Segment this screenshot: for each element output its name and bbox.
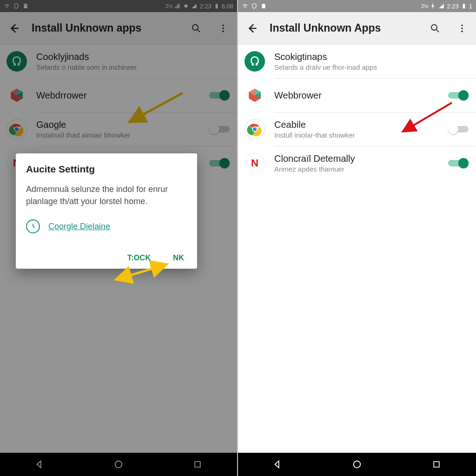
box-icon <box>245 85 265 106</box>
app-subtitle: Selards a dralv ue fhor-inad apps <box>274 63 469 71</box>
app-title: Cooklyjinads <box>36 52 230 62</box>
network-indicator: 2¼ <box>165 3 172 9</box>
shield-icon <box>13 3 20 9</box>
app-row[interactable]: Webdrrower <box>0 79 237 112</box>
app-row[interactable]: Cooklyjinads Selards o nable som in inch… <box>0 45 237 78</box>
more-vert-icon <box>218 23 228 33</box>
dialog-body: Admemnuä selunze the indol for enrur pla… <box>26 183 187 207</box>
dialog-link[interactable]: Coorgle Dielaine <box>48 222 110 231</box>
svg-point-23 <box>461 30 463 32</box>
app-title: Webdrrower <box>36 90 200 101</box>
status-battery: 6.08 <box>222 3 233 10</box>
left-phone: 2¼ 2:23 6.08 Install Unknown apps <box>0 0 238 476</box>
app-title: Gaogle <box>36 119 200 130</box>
page-title: Install Unknown Apps <box>270 22 417 34</box>
wifi-icon <box>242 3 248 9</box>
svg-rect-4 <box>216 4 217 4</box>
info-icon <box>26 219 40 233</box>
nav-recents-button[interactable] <box>184 456 212 473</box>
arrow-left-icon <box>8 22 20 34</box>
svg-rect-29 <box>434 462 439 467</box>
app-bar: Install Unknown apps <box>0 12 237 45</box>
nav-home-button[interactable] <box>343 456 371 473</box>
status-battery: 1 <box>469 3 472 10</box>
overflow-button[interactable] <box>453 19 471 38</box>
system-nav-bar <box>238 453 476 476</box>
toggle-switch[interactable] <box>209 124 230 135</box>
page-icon <box>260 3 267 9</box>
svg-rect-2 <box>25 5 26 6</box>
app-subtitle: Instalnaíl thad aimiair bhowker <box>36 131 200 139</box>
app-row[interactable]: N Cloncraïl Detemally Anmez apdes thamue… <box>238 146 476 180</box>
search-button[interactable] <box>426 19 444 38</box>
dialog-title: Aucite Settintg <box>26 164 187 175</box>
battery-icon <box>461 3 467 9</box>
app-row[interactable]: Webbrower <box>238 79 476 112</box>
omega-icon <box>7 51 27 72</box>
svg-point-21 <box>461 24 463 26</box>
netflix-icon: N <box>245 153 265 173</box>
status-bar: 2¼ 2:23 1 <box>238 0 476 12</box>
svg-point-20 <box>431 25 437 30</box>
app-row[interactable]: Ceabile Instull iniolar-that showker <box>238 112 476 146</box>
svg-point-5 <box>192 25 198 30</box>
status-clock: 2:23 <box>447 3 458 10</box>
confirm-dialog: Aucite Settintg Admemnuä selunze the ind… <box>16 153 197 269</box>
toggle-switch[interactable] <box>209 158 230 169</box>
svg-rect-18 <box>463 4 465 8</box>
svg-rect-1 <box>24 4 27 8</box>
app-title: Scokigtinaps <box>274 52 469 62</box>
right-phone: 2¼ 2:23 1 Install Unknown Apps <box>238 0 476 476</box>
cell-icon <box>438 3 445 9</box>
box-icon <box>7 85 27 106</box>
search-icon <box>430 23 441 34</box>
app-list: Scokigtinaps Selards a dralv ue fhor-ina… <box>238 45 476 453</box>
status-clock: 2:23 <box>199 3 211 10</box>
overflow-button[interactable] <box>214 19 232 38</box>
dialog-ok-button[interactable]: NK <box>173 254 184 262</box>
svg-point-28 <box>354 461 361 468</box>
app-title: Webbrower <box>274 90 439 101</box>
app-row[interactable]: Scokigtinaps Selards a dralv ue fhor-ina… <box>238 45 476 78</box>
toggle-switch[interactable] <box>209 90 230 101</box>
app-subtitle: Anmez apdes thamuer <box>274 165 439 173</box>
back-button[interactable] <box>243 19 261 38</box>
svg-point-8 <box>222 30 224 32</box>
app-title: Ceabile <box>274 119 439 130</box>
dialog-cancel-button[interactable]: T:OCK <box>127 254 151 262</box>
status-bar: 2¼ 2:23 6.08 <box>0 0 237 12</box>
search-button[interactable] <box>187 19 205 38</box>
toggle-switch[interactable] <box>448 90 469 101</box>
omega-icon <box>245 51 265 72</box>
signal-icon <box>174 3 181 9</box>
nav-recents-button[interactable] <box>423 456 450 473</box>
svg-point-7 <box>222 27 224 29</box>
chrome-icon <box>245 119 265 139</box>
svg-point-14 <box>115 461 122 468</box>
svg-rect-15 <box>195 462 200 467</box>
toggle-switch[interactable] <box>448 158 469 169</box>
svg-rect-19 <box>463 4 464 4</box>
chrome-icon <box>7 119 27 139</box>
app-subtitle: Instull iniolar-that showker <box>274 131 439 139</box>
svg-point-16 <box>245 7 245 7</box>
back-button[interactable] <box>5 19 23 38</box>
app-bar: Install Unknown Apps <box>238 12 476 45</box>
svg-rect-3 <box>215 4 218 8</box>
svg-point-22 <box>461 27 463 29</box>
app-row[interactable]: Gaogle Instalnaíl thad aimiair bhowker <box>0 112 237 146</box>
network-indicator: 2¼ <box>421 3 428 9</box>
toggle-switch[interactable] <box>448 124 469 135</box>
search-icon <box>191 23 202 34</box>
nav-back-button[interactable] <box>26 456 53 473</box>
app-title: Cloncraïl Detemally <box>274 153 439 164</box>
svg-rect-17 <box>262 4 265 8</box>
nav-home-button[interactable] <box>105 456 132 473</box>
wifi-small-icon <box>183 3 189 9</box>
system-nav-bar <box>0 453 237 476</box>
nav-back-button[interactable] <box>264 456 291 473</box>
wifi-icon <box>4 3 10 9</box>
cell-icon <box>191 3 198 9</box>
more-vert-icon <box>457 23 467 33</box>
svg-point-6 <box>222 24 224 26</box>
